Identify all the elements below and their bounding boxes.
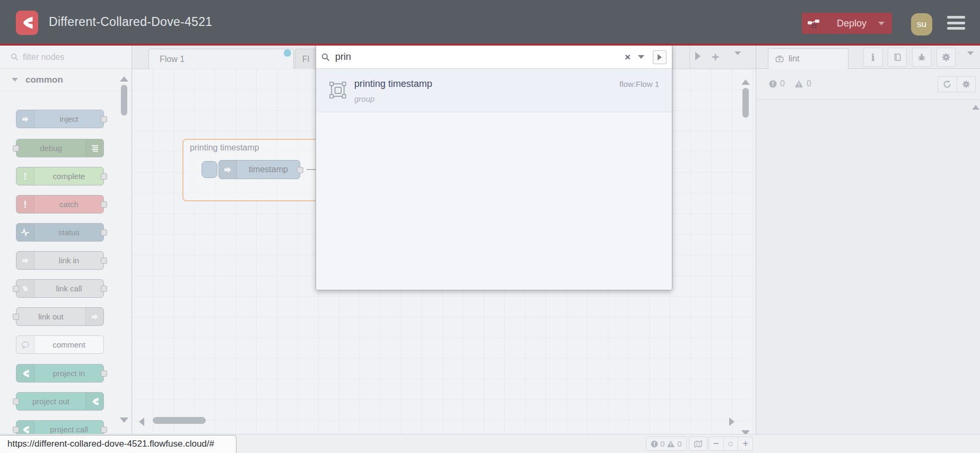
node-red-editor: Different-Collared-Dove-4521 Deploy su <box>0 0 980 453</box>
search-expand-button[interactable] <box>653 50 667 64</box>
hamburger-icon <box>947 22 965 24</box>
instance-title: Different-Collared-Dove-4521 <box>49 0 212 44</box>
avatar-initials: su <box>917 19 926 30</box>
header: Different-Collared-Dove-4521 Deploy su <box>0 0 980 46</box>
user-avatar[interactable]: su <box>911 13 932 35</box>
deploy-icon <box>807 19 820 28</box>
result-title: printing timestamp <box>354 78 432 90</box>
flowfuse-logo-glyph <box>20 15 34 30</box>
browser-status-url: https://different-collared-dove-4521.flo… <box>0 435 237 453</box>
search-icon <box>321 53 330 61</box>
deploy-label: Deploy <box>825 18 878 29</box>
search-input[interactable]: prin × <box>316 46 672 69</box>
search-query-text: prin <box>335 51 625 63</box>
search-options-caret-icon[interactable] <box>638 55 644 59</box>
deploy-options-caret-icon[interactable] <box>878 22 885 25</box>
hamburger-icon <box>947 27 965 30</box>
main-menu-button[interactable] <box>947 15 965 31</box>
search-result-item[interactable]: printing timestamp flow:Flow 1 group <box>316 69 672 112</box>
status-url-text: https://different-collared-dove-4521.flo… <box>7 439 214 449</box>
hamburger-icon <box>947 16 965 19</box>
play-icon <box>658 54 662 60</box>
flowfuse-logo-icon <box>16 11 38 35</box>
result-type: group <box>354 94 374 103</box>
search-dialog: prin × printing timestamp flow:Flow 1 <box>316 46 672 290</box>
clear-search-icon[interactable]: × <box>625 51 631 63</box>
result-flow-ref: flow:Flow 1 <box>619 79 659 88</box>
group-icon <box>329 82 346 99</box>
deploy-button[interactable]: Deploy <box>802 13 892 34</box>
search-results: printing timestamp flow:Flow 1 group <box>316 69 672 290</box>
